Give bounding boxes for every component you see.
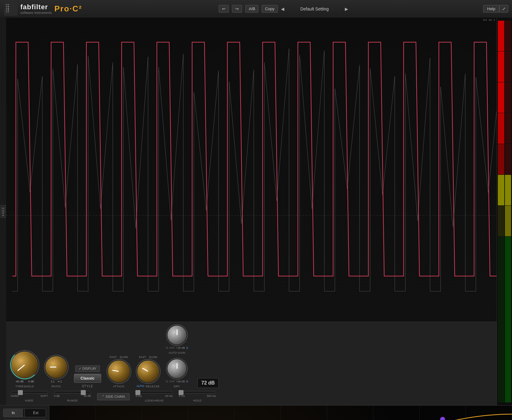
vu-right-yellow-1	[505, 175, 511, 205]
hold-max-label: 500 ms	[207, 394, 216, 397]
vu-right-red-5	[505, 144, 511, 175]
preset-next-arrow[interactable]: ▶	[345, 6, 348, 11]
dry-label: DRY	[174, 385, 180, 388]
ab-button[interactable]: A/B	[245, 5, 258, 13]
auto-gain-s: S	[186, 346, 188, 349]
dry-plus36: +36 dB	[176, 380, 185, 383]
style-section: ✓ DISPLAY Classic STYLE	[74, 365, 101, 388]
lower-section: In Ext Audition -36 0 dB +36 SIDE CHAIN …	[0, 405, 512, 420]
auto-gain-off: OFF	[169, 346, 175, 349]
logo-area: fabfilter software instruments Pro·C²	[4, 2, 84, 16]
lookahead-max-label: 20 ms	[165, 394, 173, 397]
vu-right-green-1	[505, 237, 511, 402]
attack-slow-label: SLOW	[120, 356, 128, 359]
range-slider-group: 0 dB 60 dB RANGE	[54, 391, 91, 402]
dry-s: S	[186, 380, 188, 383]
svg-point-5	[8, 6, 9, 7]
topbar: fabfilter software instruments Pro·C² ↩ …	[0, 0, 512, 18]
lookahead-slider[interactable]	[136, 391, 173, 393]
threshold-range: -60 dB 0 dB	[15, 380, 34, 383]
center-display: -6 -12 -20 -30 -40 -50 -60	[6, 18, 512, 405]
threshold-label: THRESHOLD	[15, 385, 34, 388]
in-ext-row: In Ext	[3, 409, 46, 417]
preset-area: ◀ Default Setting ▶	[281, 6, 348, 11]
vu-red-3	[498, 82, 504, 113]
release-auto-label: AUTO	[137, 385, 144, 388]
threshold-knob[interactable]	[11, 351, 39, 379]
dry-off: OFF	[169, 380, 175, 383]
redo-button[interactable]: ↪	[232, 5, 242, 13]
display-button[interactable]: ✓ DISPLAY	[75, 365, 100, 372]
auto-gain-row: M OFF +36 dB S	[166, 346, 188, 349]
release-slow-label: SLOW	[149, 356, 157, 359]
undo-button[interactable]: ↩	[219, 5, 229, 13]
svg-point-2	[6, 6, 7, 7]
logo-sub-text: software instruments	[20, 11, 52, 14]
help-button[interactable]: Help	[483, 5, 499, 13]
vu-right-red-3	[505, 82, 511, 113]
preset-prev-arrow[interactable]: ◀	[281, 6, 284, 11]
attack-knob[interactable]	[107, 360, 130, 383]
svg-point-3	[6, 8, 7, 9]
style-label: STYLE	[82, 385, 93, 388]
vu-meter: -6.4 -24 -1	[497, 18, 512, 405]
knee-slider-group: HARD SOFT KNEE	[11, 391, 48, 402]
dry-row: M OFF +36 dB S	[166, 380, 188, 383]
ratio-knob[interactable]	[45, 356, 68, 379]
lookahead-slider-group: 0 ms 20 ms LOOKAHEAD	[136, 391, 173, 402]
lookahead-label: LOOKAHEAD	[145, 399, 164, 402]
vu-red-4	[498, 113, 504, 144]
auto-gain-knob[interactable]	[167, 325, 187, 345]
vu-yellow-1	[498, 175, 504, 205]
release-group: FAST SLOW AUTO RELEASE	[137, 356, 160, 388]
main-area: KNEE -6 -12 -20 -30 -40 -50 -60	[0, 18, 512, 405]
ratio-min: 1:1	[51, 380, 55, 383]
vu-label-neg64: -6.4	[483, 19, 487, 21]
ratio-label: RATIO	[52, 385, 61, 388]
vu-right-red-1	[505, 21, 511, 51]
vu-green-1	[498, 237, 504, 402]
sliders-row: HARD SOFT KNEE 0 dB 60 dB RANGE	[11, 391, 507, 402]
auto-gain-plus36: +36 dB	[176, 346, 185, 349]
auto-gain-label: AUTO GAIN	[169, 351, 185, 354]
resize-button[interactable]: ⤢	[499, 5, 508, 13]
dry-m: M	[166, 380, 168, 383]
preset-name: Default Setting	[287, 6, 342, 11]
topbar-controls: ↩ ↪ A/B Copy ◀ Default Setting ▶	[84, 5, 483, 13]
svg-point-7	[6, 10, 7, 11]
ratio-range: 1:1 ∞:1	[51, 380, 62, 383]
knee-hard-label: HARD	[11, 394, 19, 397]
threshold-min: -60 dB	[15, 380, 24, 383]
auto-gain-m: M	[166, 346, 168, 349]
release-fast-label: FAST	[139, 356, 146, 359]
vu-right-yellow-2	[505, 206, 511, 236]
threshold-max: 0 dB	[28, 380, 34, 383]
vu-red-2	[498, 51, 504, 82]
transfer-canvas	[49, 406, 512, 420]
vu-top-labels: -6.4 -24 -1	[483, 19, 495, 21]
logo-product-text: Pro·C²	[54, 4, 82, 14]
range-label: RANGE	[67, 399, 78, 402]
knee-label: KNEE	[25, 399, 34, 402]
waveform-area: -6 -12 -20 -30 -40 -50 -60	[6, 18, 512, 322]
svg-point-10	[8, 11, 9, 13]
style-classic-button[interactable]: Classic	[74, 374, 101, 383]
knee-slider[interactable]	[11, 391, 48, 393]
range-min-label: 0 dB	[54, 394, 60, 397]
vu-right-red-4	[505, 113, 511, 144]
knee-sidebar-label: KNEE	[1, 205, 6, 218]
in-ext-separator	[24, 409, 25, 417]
ext-button[interactable]: Ext	[26, 409, 46, 417]
dry-knob[interactable]	[167, 359, 187, 379]
hold-slider[interactable]	[179, 391, 216, 393]
sidechain-button[interactable]: ⌃ SIDE CHAIN	[97, 393, 130, 400]
ratio-group: 1:1 ∞:1 RATIO	[45, 356, 68, 388]
svg-point-4	[8, 4, 9, 5]
in-button[interactable]: In	[3, 409, 23, 417]
release-knob[interactable]	[137, 360, 160, 383]
range-slider[interactable]	[54, 391, 91, 393]
svg-point-8	[8, 10, 9, 11]
fabfilter-logo-icon	[4, 2, 18, 16]
copy-button[interactable]: Copy	[262, 5, 278, 13]
vu-red-5	[498, 144, 504, 175]
